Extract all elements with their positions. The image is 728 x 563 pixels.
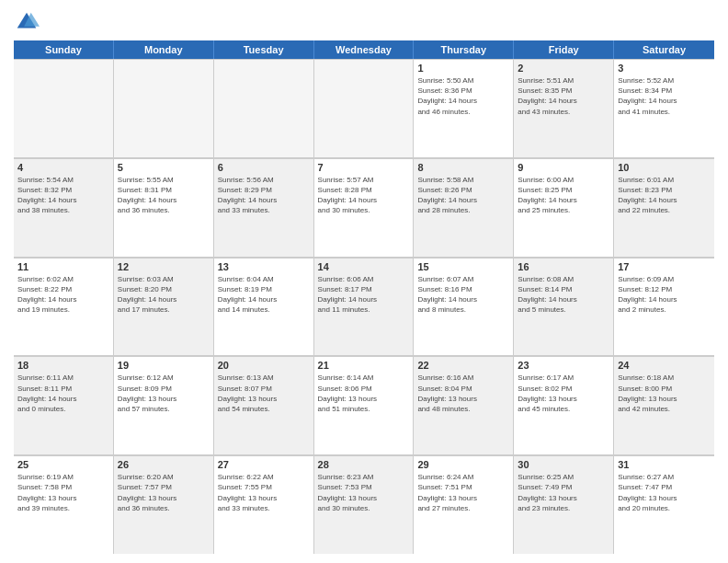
empty-cell — [114, 59, 214, 157]
calendar-row-4: 25Sunrise: 6:19 AM Sunset: 7:58 PM Dayli… — [14, 455, 714, 554]
calendar-row-3: 18Sunrise: 6:11 AM Sunset: 8:11 PM Dayli… — [14, 356, 714, 455]
day-cell-28: 28Sunrise: 6:23 AM Sunset: 7:53 PM Dayli… — [314, 455, 415, 554]
calendar-page: SundayMondayTuesdayWednesdayThursdayFrid… — [0, 0, 728, 563]
day-info: Sunrise: 6:03 AM Sunset: 8:20 PM Dayligh… — [118, 274, 210, 316]
day-number: 5 — [118, 162, 210, 173]
day-cell-11: 11Sunrise: 6:02 AM Sunset: 8:22 PM Dayli… — [14, 258, 114, 356]
day-cell-12: 12Sunrise: 6:03 AM Sunset: 8:20 PM Dayli… — [114, 258, 214, 356]
calendar-row-2: 11Sunrise: 6:02 AM Sunset: 8:22 PM Dayli… — [14, 258, 714, 357]
day-info: Sunrise: 6:23 AM Sunset: 7:53 PM Dayligh… — [318, 472, 410, 513]
day-number: 1 — [417, 63, 509, 74]
day-number: 25 — [17, 459, 109, 470]
day-cell-27: 27Sunrise: 6:22 AM Sunset: 7:55 PM Dayli… — [214, 455, 314, 554]
day-number: 18 — [17, 360, 109, 371]
day-info: Sunrise: 6:22 AM Sunset: 7:55 PM Dayligh… — [218, 472, 310, 513]
day-number: 8 — [417, 162, 509, 173]
day-number: 17 — [618, 261, 711, 272]
day-cell-4: 4Sunrise: 5:54 AM Sunset: 8:32 PM Daylig… — [14, 158, 114, 257]
calendar: SundayMondayTuesdayWednesdayThursdayFrid… — [14, 40, 714, 554]
day-info: Sunrise: 5:52 AM Sunset: 8:34 PM Dayligh… — [618, 75, 711, 117]
day-cell-22: 22Sunrise: 6:16 AM Sunset: 8:04 PM Dayli… — [414, 356, 514, 454]
day-cell-20: 20Sunrise: 6:13 AM Sunset: 8:07 PM Dayli… — [214, 356, 314, 454]
day-number: 9 — [518, 162, 609, 173]
day-number: 28 — [318, 459, 410, 470]
day-cell-16: 16Sunrise: 6:08 AM Sunset: 8:14 PM Dayli… — [514, 258, 614, 356]
day-cell-25: 25Sunrise: 6:19 AM Sunset: 7:58 PM Dayli… — [14, 455, 114, 554]
day-cell-31: 31Sunrise: 6:27 AM Sunset: 7:47 PM Dayli… — [614, 455, 714, 554]
day-cell-26: 26Sunrise: 6:20 AM Sunset: 7:57 PM Dayli… — [114, 455, 214, 554]
day-number: 22 — [417, 360, 509, 371]
day-info: Sunrise: 6:09 AM Sunset: 8:12 PM Dayligh… — [618, 274, 711, 316]
day-number: 7 — [318, 162, 410, 173]
day-cell-23: 23Sunrise: 6:17 AM Sunset: 8:02 PM Dayli… — [514, 356, 614, 454]
day-cell-14: 14Sunrise: 6:06 AM Sunset: 8:17 PM Dayli… — [314, 258, 415, 356]
day-info: Sunrise: 6:11 AM Sunset: 8:11 PM Dayligh… — [17, 373, 109, 414]
day-info: Sunrise: 6:24 AM Sunset: 7:51 PM Dayligh… — [417, 472, 509, 513]
day-info: Sunrise: 5:51 AM Sunset: 8:35 PM Dayligh… — [518, 75, 609, 117]
day-info: Sunrise: 6:20 AM Sunset: 7:57 PM Dayligh… — [118, 472, 210, 513]
day-number: 30 — [518, 459, 609, 470]
day-info: Sunrise: 5:50 AM Sunset: 8:36 PM Dayligh… — [417, 75, 509, 117]
empty-cell — [14, 59, 114, 157]
day-number: 21 — [318, 360, 410, 371]
empty-cell — [314, 59, 415, 157]
day-info: Sunrise: 6:02 AM Sunset: 8:22 PM Dayligh… — [17, 274, 109, 316]
day-number: 19 — [118, 360, 210, 371]
day-cell-19: 19Sunrise: 6:12 AM Sunset: 8:09 PM Dayli… — [114, 356, 214, 454]
day-cell-2: 2Sunrise: 5:51 AM Sunset: 8:35 PM Daylig… — [514, 59, 614, 157]
day-number: 10 — [618, 162, 711, 173]
day-info: Sunrise: 6:27 AM Sunset: 7:47 PM Dayligh… — [618, 472, 711, 513]
day-cell-15: 15Sunrise: 6:07 AM Sunset: 8:16 PM Dayli… — [414, 258, 514, 356]
day-cell-17: 17Sunrise: 6:09 AM Sunset: 8:12 PM Dayli… — [614, 258, 714, 356]
day-number: 23 — [518, 360, 609, 371]
day-number: 16 — [518, 261, 609, 272]
logo — [14, 9, 43, 35]
day-number: 3 — [618, 63, 711, 74]
header-day-tuesday: Tuesday — [214, 40, 314, 59]
header-day-saturday: Saturday — [614, 40, 714, 59]
header-day-thursday: Thursday — [414, 40, 514, 59]
day-cell-7: 7Sunrise: 5:57 AM Sunset: 8:28 PM Daylig… — [314, 158, 415, 257]
day-info: Sunrise: 6:07 AM Sunset: 8:16 PM Dayligh… — [417, 274, 509, 316]
day-cell-24: 24Sunrise: 6:18 AM Sunset: 8:00 PM Dayli… — [614, 356, 714, 454]
day-cell-6: 6Sunrise: 5:56 AM Sunset: 8:29 PM Daylig… — [214, 158, 314, 257]
day-number: 4 — [17, 162, 109, 173]
page-header — [14, 9, 714, 35]
day-info: Sunrise: 6:04 AM Sunset: 8:19 PM Dayligh… — [218, 274, 310, 316]
day-number: 14 — [318, 261, 410, 272]
calendar-header: SundayMondayTuesdayWednesdayThursdayFrid… — [14, 40, 714, 59]
logo-icon — [14, 9, 40, 35]
day-cell-18: 18Sunrise: 6:11 AM Sunset: 8:11 PM Dayli… — [14, 356, 114, 454]
day-info: Sunrise: 6:13 AM Sunset: 8:07 PM Dayligh… — [218, 373, 310, 414]
day-info: Sunrise: 6:19 AM Sunset: 7:58 PM Dayligh… — [17, 472, 109, 513]
day-cell-3: 3Sunrise: 5:52 AM Sunset: 8:34 PM Daylig… — [614, 59, 714, 157]
day-number: 26 — [118, 459, 210, 470]
day-info: Sunrise: 6:01 AM Sunset: 8:23 PM Dayligh… — [618, 175, 711, 216]
header-day-friday: Friday — [514, 40, 614, 59]
day-info: Sunrise: 6:14 AM Sunset: 8:06 PM Dayligh… — [318, 373, 410, 414]
day-number: 6 — [218, 162, 310, 173]
day-number: 31 — [618, 459, 711, 470]
day-info: Sunrise: 6:25 AM Sunset: 7:49 PM Dayligh… — [518, 472, 609, 513]
day-info: Sunrise: 6:16 AM Sunset: 8:04 PM Dayligh… — [417, 373, 509, 414]
day-info: Sunrise: 5:57 AM Sunset: 8:28 PM Dayligh… — [318, 175, 410, 216]
day-cell-1: 1Sunrise: 5:50 AM Sunset: 8:36 PM Daylig… — [414, 59, 514, 157]
day-number: 20 — [218, 360, 310, 371]
day-cell-13: 13Sunrise: 6:04 AM Sunset: 8:19 PM Dayli… — [214, 258, 314, 356]
day-cell-30: 30Sunrise: 6:25 AM Sunset: 7:49 PM Dayli… — [514, 455, 614, 554]
day-cell-21: 21Sunrise: 6:14 AM Sunset: 8:06 PM Dayli… — [314, 356, 415, 454]
day-cell-29: 29Sunrise: 6:24 AM Sunset: 7:51 PM Dayli… — [414, 455, 514, 554]
day-number: 11 — [17, 261, 109, 272]
day-number: 12 — [118, 261, 210, 272]
day-cell-9: 9Sunrise: 6:00 AM Sunset: 8:25 PM Daylig… — [514, 158, 614, 257]
header-day-wednesday: Wednesday — [314, 40, 415, 59]
day-number: 24 — [618, 360, 711, 371]
day-number: 13 — [218, 261, 310, 272]
day-info: Sunrise: 5:55 AM Sunset: 8:31 PM Dayligh… — [118, 175, 210, 216]
day-number: 29 — [417, 459, 509, 470]
day-info: Sunrise: 5:56 AM Sunset: 8:29 PM Dayligh… — [218, 175, 310, 216]
day-info: Sunrise: 6:17 AM Sunset: 8:02 PM Dayligh… — [518, 373, 609, 414]
day-info: Sunrise: 5:58 AM Sunset: 8:26 PM Dayligh… — [417, 175, 509, 216]
empty-cell — [214, 59, 314, 157]
header-day-sunday: Sunday — [14, 40, 114, 59]
